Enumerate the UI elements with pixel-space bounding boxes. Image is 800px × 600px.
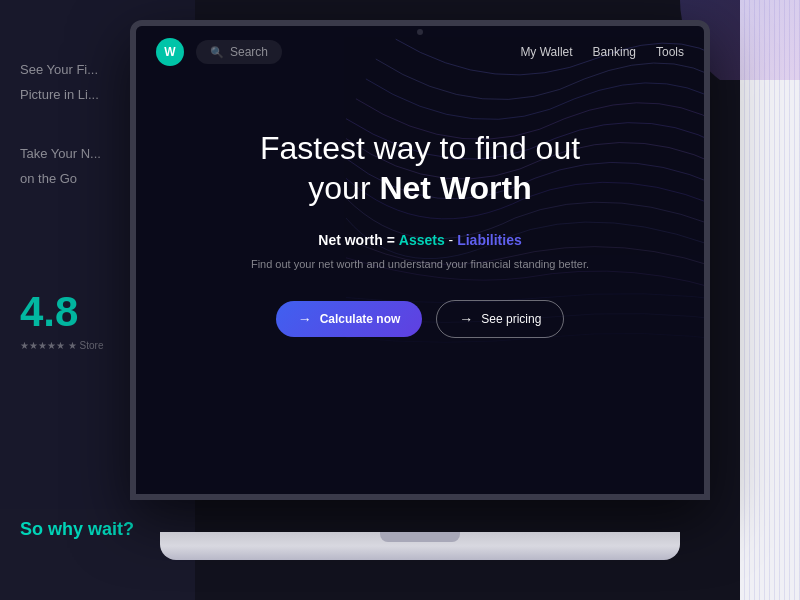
hero-subtitle: Find out your net worth and understand y… [176,258,664,270]
nav-my-wallet[interactable]: My Wallet [520,45,572,59]
formula-minus: - [449,232,458,248]
calculate-now-button[interactable]: → Calculate now [276,301,423,337]
arrow-icon-primary: → [298,311,312,327]
formula-label: Net worth = [318,232,399,248]
hero-title: Fastest way to find out your Net Worth [176,128,664,208]
laptop-screen-bezel: W 🔍 Search My Wallet Banking Tools Faste… [130,20,710,500]
hero-title-line1: Fastest way to find out [260,130,580,166]
nav-tools[interactable]: Tools [656,45,684,59]
camera-dot [417,29,423,35]
laptop: W 🔍 Search My Wallet Banking Tools Faste… [130,20,710,560]
laptop-screen: W 🔍 Search My Wallet Banking Tools Faste… [136,26,704,494]
hero-section: Fastest way to find out your Net Worth N… [136,78,704,368]
search-icon: 🔍 [210,46,224,59]
hero-formula: Net worth = Assets - Liabilities [176,232,664,248]
formula-assets: Assets [399,232,445,248]
hero-buttons: → Calculate now → See pricing [176,300,664,338]
logo[interactable]: W [156,38,184,66]
laptop-base-notch [380,532,460,542]
laptop-base [160,532,680,560]
hero-title-bold: Net Worth [379,170,531,206]
hero-title-line2-normal: your [308,170,379,206]
arrow-icon-secondary: → [459,311,473,327]
bottom-left-text: So why wait? [20,519,134,540]
formula-liabilities: Liabilities [457,232,522,248]
calculate-now-label: Calculate now [320,312,401,326]
nav-links: My Wallet Banking Tools [520,45,684,59]
see-pricing-button[interactable]: → See pricing [436,300,564,338]
right-decoration [740,0,800,600]
search-label: Search [230,45,268,59]
search-bar[interactable]: 🔍 Search [196,40,282,64]
right-deco-lines [740,0,800,600]
see-pricing-label: See pricing [481,312,541,326]
nav-banking[interactable]: Banking [593,45,636,59]
